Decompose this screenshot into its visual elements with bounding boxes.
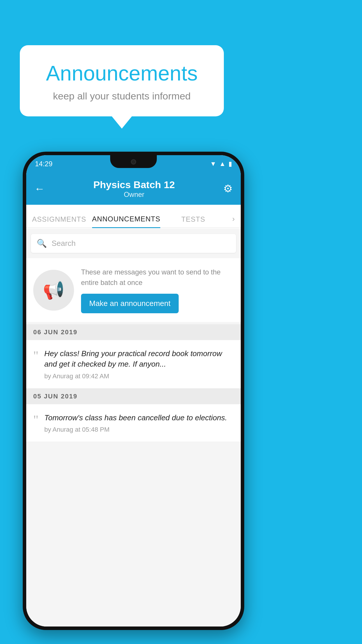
content-area: 🔍 Search 📢 These are messages you want t… bbox=[26, 229, 241, 626]
signal-icon: ▲ bbox=[219, 160, 226, 168]
back-button[interactable]: ← bbox=[34, 183, 45, 195]
promo-content: These are messages you want to send to t… bbox=[81, 267, 234, 313]
announcement-message-2: Tomorrow's class has been cancelled due … bbox=[44, 412, 234, 423]
tabs: ASSIGNMENTS ANNOUNCEMENTS TESTS › bbox=[26, 205, 241, 228]
notch bbox=[110, 155, 157, 168]
speech-bubble-subtitle: keep all your students informed bbox=[37, 90, 206, 102]
tab-assignments[interactable]: ASSIGNMENTS bbox=[26, 215, 92, 228]
speech-bubble-container: Announcements keep all your students inf… bbox=[20, 45, 224, 116]
tab-more[interactable]: › bbox=[226, 214, 241, 228]
speech-bubble-title: Announcements bbox=[37, 61, 206, 85]
wifi-icon: ▼ bbox=[210, 160, 216, 168]
announcement-item-2[interactable]: " Tomorrow's class has been cancelled du… bbox=[26, 404, 241, 442]
search-bar[interactable]: 🔍 Search bbox=[31, 234, 236, 253]
camera-dot bbox=[131, 159, 136, 164]
search-placeholder: Search bbox=[52, 239, 75, 248]
date-separator-2: 05 JUN 2019 bbox=[26, 388, 241, 404]
announcement-message-1: Hey class! Bring your practical record b… bbox=[44, 348, 234, 370]
app-bar-subtitle: Owner bbox=[45, 190, 223, 199]
quote-icon-2: " bbox=[33, 414, 38, 426]
battery-icon: ▮ bbox=[229, 160, 232, 168]
status-icons: ▼ ▲ ▮ bbox=[210, 160, 232, 168]
phone-inner: 14:29 ▼ ▲ ▮ ← Physics Batch 12 Owner ⚙ A… bbox=[26, 155, 241, 626]
announcement-text-1: Hey class! Bring your practical record b… bbox=[44, 348, 234, 380]
announcement-meta-1: by Anurag at 09:42 AM bbox=[44, 372, 234, 380]
tab-tests[interactable]: TESTS bbox=[160, 215, 226, 228]
date-separator-1: 06 JUN 2019 bbox=[26, 324, 241, 340]
promo-description: These are messages you want to send to t… bbox=[81, 267, 234, 288]
promo-card: 📢 These are messages you want to send to… bbox=[26, 258, 241, 322]
app-bar-center: Physics Batch 12 Owner bbox=[45, 179, 223, 199]
tab-announcements[interactable]: ANNOUNCEMENTS bbox=[92, 215, 160, 228]
quote-icon-1: " bbox=[33, 349, 38, 362]
announcement-item-1[interactable]: " Hey class! Bring your practical record… bbox=[26, 340, 241, 388]
promo-icon-circle: 📢 bbox=[33, 270, 74, 311]
phone-frame: 14:29 ▼ ▲ ▮ ← Physics Batch 12 Owner ⚙ A… bbox=[23, 152, 244, 630]
megaphone-icon: 📢 bbox=[43, 280, 65, 300]
app-bar: ← Physics Batch 12 Owner ⚙ bbox=[26, 173, 241, 205]
search-icon: 🔍 bbox=[37, 239, 47, 248]
speech-bubble: Announcements keep all your students inf… bbox=[20, 45, 224, 116]
settings-icon[interactable]: ⚙ bbox=[223, 183, 233, 195]
announcement-text-2: Tomorrow's class has been cancelled due … bbox=[44, 412, 234, 433]
make-announcement-button[interactable]: Make an announcement bbox=[81, 294, 179, 313]
announcement-meta-2: by Anurag at 05:48 PM bbox=[44, 426, 234, 433]
status-time: 14:29 bbox=[35, 160, 52, 168]
app-bar-title: Physics Batch 12 bbox=[45, 179, 223, 190]
